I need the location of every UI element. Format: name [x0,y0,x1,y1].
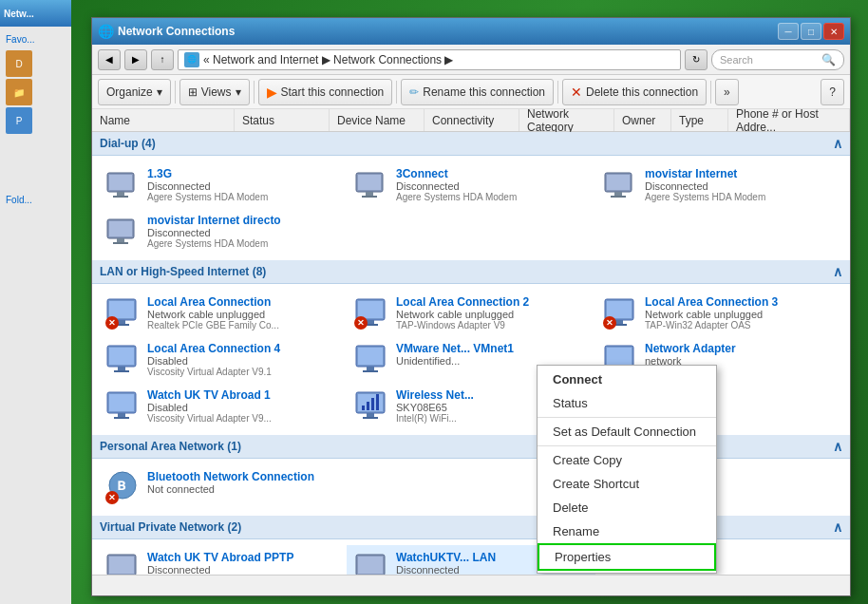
conn-icon-watchuk [105,388,140,423]
rename-connection-button[interactable]: ✏ Rename this connection [401,79,554,105]
section-lan-chevron[interactable]: ∧ [833,264,842,279]
ctx-create-copy[interactable]: Create Copy [538,448,716,472]
search-icon: 🔍 [821,53,836,66]
status-x-icon: ✕ [603,316,616,330]
main-window: 🌐 Network Connections ─ □ ✕ ◀ ▶ ↑ 🌐 « Ne… [91,17,851,596]
conn-name: Local Area Connection 3 [645,295,837,309]
section-dialup-chevron[interactable]: ∧ [833,136,842,151]
list-item[interactable]: Watch UK TV Abroad PPTP Disconnected WAN… [98,545,347,575]
section-lan-header[interactable]: LAN or High-Speed Internet (8) ∧ [92,260,850,284]
refresh-button[interactable]: ↻ [685,49,708,70]
back-button[interactable]: ◀ [98,49,121,70]
conn-info: Network Adapter network [645,342,837,367]
dialup-grid: 1.3G Disconnected Agere Systems HDA Mode… [92,156,850,260]
ctx-sep-2 [538,445,716,446]
address-path[interactable]: 🌐 « Network and Internet ▶ Network Conne… [178,49,681,70]
svg-rect-35 [363,370,378,372]
conn-icon-movistar [603,167,637,201]
search-box[interactable]: Search 🔍 [711,49,844,70]
bt-status-x-icon: ✕ [105,491,119,504]
list-item[interactable]: 3Connect Disconnected Agere Systems HDA … [347,161,595,208]
list-item[interactable]: 1.3G Disconnected Agere Systems HDA Mode… [98,161,347,208]
window-icon: 🌐 [98,24,114,39]
list-item[interactable]: ✕ Local Area Connection 3 Network cable … [595,290,844,336]
list-item[interactable]: ✕ Local Area Connection 2 Network cable … [347,290,595,336]
svg-rect-47 [363,417,378,419]
toolbar: Organize ▾ ⊞ Views ▾ ▶ Start this connec… [92,75,850,109]
conn-icon-lac4 [105,342,140,376]
col-owner[interactable]: Owner [614,109,671,131]
list-item[interactable]: movistar Internet Disconnected Agere Sys… [595,161,844,208]
conn-name: movistar Internet directo [147,214,339,227]
conn-device: Agere Systems HDA Modem [396,192,588,202]
toolbar-separator-1 [175,81,176,104]
col-phone-host[interactable]: Phone # or Host Addre... [728,109,850,131]
svg-rect-26 [615,320,623,324]
address-text: « Network and Internet ▶ Network Connect… [203,53,453,66]
list-item[interactable]: Watch UK TV Abroad 1 Disabled Viscosity … [98,383,347,429]
svg-rect-37 [607,348,632,365]
list-item[interactable]: ʙ ✕ Bluetooth Network Connection Not con… [98,464,347,510]
list-item[interactable]: ✕ Local Area Connection Network cable un… [98,290,347,336]
title-bar-controls: ─ □ ✕ [778,23,844,40]
ctx-set-default[interactable]: Set as Default Connection [538,420,716,444]
ctx-delete[interactable]: Delete [538,496,716,519]
background-window: Netw... Favo... D 📁 P Fold... [0,0,71,604]
bg-nav-favorites[interactable]: Favo... [4,30,67,48]
svg-rect-13 [109,221,132,236]
col-connectivity[interactable]: Connectivity [425,109,519,131]
svg-rect-14 [117,238,124,242]
col-type[interactable]: Type [671,109,728,131]
bg-nav-folders[interactable]: Fold... [4,191,67,209]
section-vpn-header[interactable]: Virtual Private Network (2) ∧ [92,516,850,539]
svg-rect-46 [367,413,374,417]
svg-rect-34 [367,367,374,370]
col-network-cat[interactable]: Network Category [519,109,614,131]
svg-rect-6 [366,192,373,196]
conn-name: Bluetooth Network Connection [147,470,339,483]
delete-connection-button[interactable]: ✕ Delete this connection [562,79,707,105]
up-button[interactable]: ↑ [151,49,174,70]
svg-rect-5 [358,175,381,190]
ctx-status[interactable]: Status [538,391,716,415]
section-pan-chevron[interactable]: ∧ [833,439,842,454]
start-connection-button[interactable]: ▶ Start this connection [258,79,393,105]
ctx-properties[interactable]: Properties [538,543,716,571]
ctx-create-shortcut[interactable]: Create Shortcut [538,472,716,496]
section-pan-header[interactable]: Personal Area Network (1) ∧ [92,435,850,459]
views-button[interactable]: ⊞ Views ▾ [179,79,250,105]
close-button[interactable]: ✕ [823,23,844,40]
organize-button[interactable]: Organize ▾ [98,79,171,105]
ctx-connect[interactable]: Connect [538,368,716,391]
minimize-button[interactable]: ─ [778,23,799,40]
list-item[interactable]: Local Area Connection 4 Disabled Viscosi… [98,336,347,383]
svg-rect-49 [367,402,369,410]
forward-button[interactable]: ▶ [124,49,147,70]
bg-window-content: Favo... D 📁 P Fold... [0,27,71,213]
conn-info: movistar Internet Disconnected Agere Sys… [645,167,837,202]
context-menu: Connect Status Set as Default Connection… [537,365,717,574]
section-vpn-chevron[interactable]: ∧ [833,519,842,535]
status-x-icon: ✕ [105,316,119,330]
svg-rect-48 [362,406,365,410]
more-button[interactable]: » [715,79,739,105]
conn-icon-movistar-directo [105,214,140,248]
conn-device: Viscosity Virtual Adapter V9.1 [147,367,339,377]
list-item[interactable]: movistar Internet directo Disconnected A… [98,208,347,255]
views-arrow: ▾ [236,85,241,99]
organize-label: Organize [106,85,153,99]
svg-rect-51 [376,394,379,410]
col-name[interactable]: Name [92,109,235,131]
conn-status: Disabled [147,402,339,413]
conn-info: Local Area Connection Network cable unpl… [147,295,339,330]
section-dialup-header[interactable]: Dial-up (4) ∧ [92,132,850,156]
column-headers: Name Status Device Name Connectivity Net… [92,109,850,132]
ctx-rename[interactable]: Rename [538,519,716,543]
help-button[interactable]: ? [821,79,844,105]
col-device-name[interactable]: Device Name [330,109,425,131]
col-status[interactable]: Status [235,109,330,131]
window-title: Network Connections [118,25,235,38]
conn-icon-lac2: ✕ [354,295,388,330]
conn-name: Local Area Connection 2 [396,295,588,309]
maximize-button[interactable]: □ [801,23,821,40]
